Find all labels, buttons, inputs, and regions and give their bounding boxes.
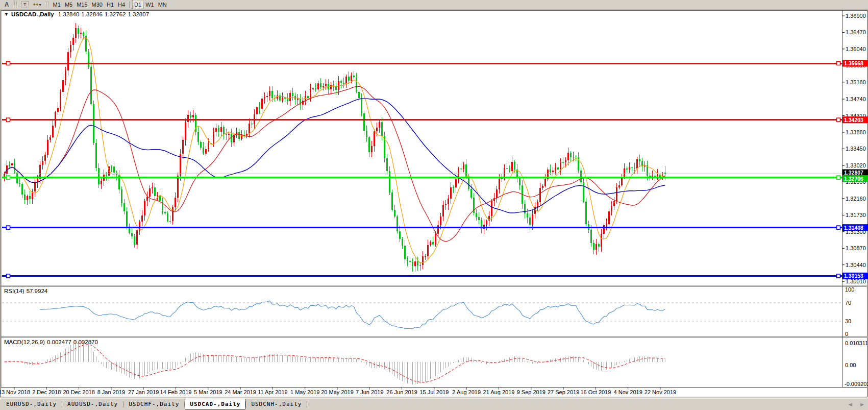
date-tick-label: 14 Feb 2019 [160,389,192,395]
price-badge-1.35668: 1.35668 [842,60,868,67]
svg-text:30: 30 [845,318,851,324]
date-tick-label: 11 Apr 2019 [258,389,288,395]
date-tick-label: 15 Jul 2019 [419,389,449,395]
price-tick-label: 1.33020 [846,162,866,168]
svg-text:1.31408: 1.31408 [844,225,863,231]
tab-scroll-left-icon[interactable]: ◀ [849,402,852,407]
date-tick-label: 4 Nov 2019 [614,389,642,395]
rsi-indicator-label: RSI(14)57.9924 [4,288,48,294]
svg-text:1.32807: 1.32807 [844,170,863,176]
chart-window[interactable]: 1.369001.364701.360401.356101.351801.347… [0,0,868,398]
price-badge-1.32706: 1.32706 [842,175,868,182]
price-tick-label: 1.31730 [846,212,866,218]
hline-handle[interactable] [837,274,840,278]
hline-handle[interactable] [837,62,840,65]
price-tick-label: 1.30440 [846,262,866,268]
date-tick-label: 2 Aug 2019 [452,389,481,395]
hline-handle[interactable] [7,226,10,229]
svg-text:0.010311: 0.010311 [845,340,868,346]
macd-indicator-label: MACD(12,26,9)0.0024770.002870 [4,339,98,345]
date-tick-label: 27 Jan 2019 [128,389,159,395]
hline-handle[interactable] [7,118,10,122]
chart-tab-usdcad[interactable]: USDCAD-,Daily [185,399,245,409]
chart-tab-audusd[interactable]: AUDUSD-,Daily [62,399,123,409]
date-tick-label: 26 Jun 2019 [386,389,417,395]
hline-handle[interactable] [7,176,10,179]
tab-scroll-arrows: ◀ ▶ [841,402,864,407]
svg-text:100: 100 [845,286,854,293]
date-tick-label: 27 Sep 2019 [548,389,579,395]
date-tick-label: 1 May 2019 [290,389,319,395]
chart-tab-bar: EURUSD-,DailyAUDUSD-,DailyUSDCHF-,DailyU… [0,398,868,410]
date-tick-label: 7 Jun 2019 [356,389,383,395]
chart-tab-eurusd[interactable]: EURUSD-,Daily [1,399,62,409]
price-badge-1.34203: 1.34203 [842,116,868,123]
date-tick-label: 16 Oct 2019 [580,389,611,395]
date-tick-label: 24 Mar 2019 [225,389,256,395]
svg-text:1.30153: 1.30153 [844,273,863,279]
date-tick-label: 5 Mar 2019 [194,389,222,395]
hline-handle[interactable] [7,274,10,278]
price-tick-label: 1.36900 [846,13,866,19]
price-tick-label: 1.34740 [846,96,866,102]
price-badge-1.30153: 1.30153 [842,273,868,279]
hline-handle[interactable] [837,176,840,179]
svg-text:1.34203: 1.34203 [844,117,863,123]
svg-text:1.35668: 1.35668 [844,60,863,66]
date-tick-label: 20 Dec 2018 [63,389,94,395]
time-scale[interactable]: 13 Nov 20182 Dec 201820 Dec 20188 Jan 20… [0,388,676,395]
chart-window-frame [1,11,867,397]
chart-tab-usdchf[interactable]: USDCHF-,Daily [123,399,184,409]
hline-handle[interactable] [837,226,840,229]
date-tick-label: 20 May 2019 [321,389,354,395]
price-tick-label: 1.36040 [846,46,866,52]
price-tick-label: 1.35180 [846,79,866,85]
date-tick-label: 9 Sep 2019 [517,389,545,395]
price-badge-1.32807: 1.32807 [842,170,868,176]
date-tick-label: 8 Jan 2019 [97,389,125,395]
price-tick-label: 1.36470 [846,29,866,35]
date-tick-label: 22 Nov 2019 [644,389,676,395]
price-tick-label: 1.32160 [846,196,866,202]
svg-text:0.00: 0.00 [845,362,856,368]
price-tick-label: 1.30870 [846,245,866,251]
svg-text:70: 70 [845,300,851,306]
svg-text:-0.009203: -0.009203 [845,381,868,387]
hline-handle[interactable] [837,118,840,122]
price-badge-1.31408: 1.31408 [842,224,868,231]
date-tick-label: 21 Aug 2019 [483,389,515,395]
tab-divider [307,401,307,407]
svg-text:0: 0 [845,331,848,337]
tab-scroll-right-icon[interactable]: ▶ [860,402,864,407]
date-tick-label: 13 Nov 2018 [0,389,30,395]
price-tick-label: 1.33880 [846,129,866,135]
chart-tab-usdcnh[interactable]: USDCNH-,Daily [246,399,307,409]
hline-handle[interactable] [7,62,10,65]
date-tick-label: 2 Dec 2018 [32,389,61,395]
svg-text:1.32706: 1.32706 [844,176,863,182]
mt4-application: { "toolbar": { "font_button": "A", "text… [0,0,868,410]
price-tick-label: 1.30010 [846,278,866,284]
price-tick-label: 1.33450 [846,146,866,152]
symbol-dropdown-icon[interactable]: ▼ [4,12,9,17]
